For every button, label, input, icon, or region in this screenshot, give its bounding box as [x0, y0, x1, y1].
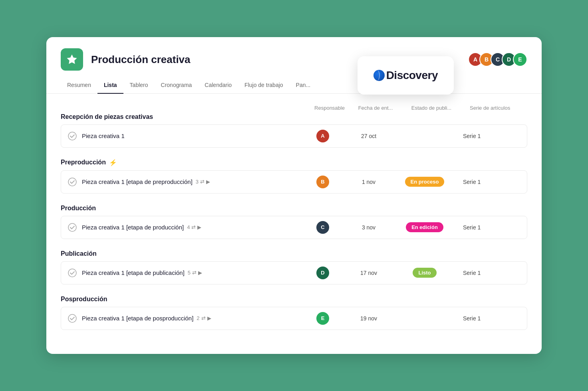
avatar-cell: C — [301, 221, 345, 234]
section-preproduccion: Preproducción ⚡ Pieza creativa 1 [etapa … — [61, 159, 527, 194]
table-row[interactable]: Pieza creativa 1 [etapa de preproducción… — [61, 170, 527, 194]
play-icon: ▶ — [198, 270, 202, 276]
task-meta: 5 ⇄ ▶ — [188, 270, 202, 276]
avatar-responsible: D — [316, 267, 329, 279]
discovery-popup: Discovery — [358, 56, 454, 95]
table-row[interactable]: Pieza creativa 1 [etapa de publicación] … — [61, 261, 527, 284]
section-title-produccion: Producción — [61, 205, 527, 212]
status-cell: En edición — [393, 222, 457, 232]
play-icon: ▶ — [207, 315, 211, 321]
avatar-responsible: B — [316, 176, 329, 188]
col-header-date: Fecha de ent... — [352, 105, 399, 111]
svg-point-3 — [68, 269, 76, 277]
date-cell: 19 nov — [345, 315, 393, 322]
series-cell: Serie 1 — [457, 179, 520, 185]
col-header-responsible: Responsable — [308, 105, 352, 111]
subtask-icon: ⇄ — [200, 179, 205, 185]
section-publicacion: Publicación Pieza creativa 1 [etapa de p… — [61, 250, 527, 284]
table-row[interactable]: Pieza creativa 1 A 27 oct Serie 1 — [61, 124, 527, 148]
tab-pan[interactable]: Pan... — [290, 79, 317, 94]
discovery-logo: Discovery — [373, 69, 438, 82]
discovery-globe-icon — [373, 70, 385, 81]
date-cell: 3 nov — [345, 224, 393, 231]
series-cell: Serie 1 — [457, 133, 520, 139]
tab-resumen[interactable]: Resumen — [61, 79, 97, 94]
header: Producción creativa A B C D E — [46, 37, 542, 71]
avatars-group: A B C D E — [468, 52, 527, 67]
avatar-responsible: A — [316, 130, 329, 142]
table-row[interactable]: Pieza creativa 1 [etapa de posproducción… — [61, 307, 527, 330]
status-badge: Listo — [413, 268, 436, 278]
status-badge: En proceso — [405, 177, 445, 187]
avatar-responsible: E — [316, 312, 329, 325]
date-cell: 27 oct — [345, 133, 393, 139]
play-icon: ▶ — [206, 179, 210, 185]
task-check-icon — [68, 268, 77, 278]
tab-tablero[interactable]: Tablero — [123, 79, 155, 94]
tab-lista[interactable]: Lista — [97, 79, 123, 94]
svg-point-4 — [68, 314, 76, 322]
subtask-icon: ⇄ — [201, 315, 206, 321]
tab-flujo[interactable]: Flujo de trabajo — [238, 79, 290, 94]
main-card: Discovery Producción creativa A B C D E … — [46, 37, 542, 354]
svg-point-1 — [68, 178, 76, 186]
header-section: Producción creativa A B C D E — [91, 52, 527, 67]
subtask-icon: ⇄ — [191, 224, 196, 230]
tab-cronograma[interactable]: Cronograma — [155, 79, 199, 94]
table-row[interactable]: Pieza creativa 1 [etapa de producción] 4… — [61, 216, 527, 239]
task-check-icon — [68, 131, 77, 141]
task-name: Pieza creativa 1 — [82, 132, 301, 139]
avatar-5: E — [513, 52, 527, 67]
date-cell: 17 nov — [345, 270, 393, 276]
col-header-status: Estado de publi... — [399, 105, 463, 111]
section-title-preproduccion: Preproducción ⚡ — [61, 159, 527, 166]
section-title-recepcion: Recepción de piezas creativas — [61, 113, 527, 120]
section-produccion: Producción Pieza creativa 1 [etapa de pr… — [61, 205, 527, 239]
avatar-responsible: C — [316, 221, 329, 234]
avatar-cell: B — [301, 176, 345, 188]
task-check-icon — [68, 223, 77, 232]
content: Responsable Fecha de ent... Estado de pu… — [46, 94, 542, 330]
discovery-text: Discovery — [386, 69, 438, 82]
task-name: Pieza creativa 1 [etapa de preproducción… — [82, 178, 301, 185]
tab-calendario[interactable]: Calendario — [198, 79, 238, 94]
task-check-icon — [68, 177, 77, 187]
task-name: Pieza creativa 1 [etapa de posproducción… — [82, 315, 301, 322]
task-check-icon — [68, 314, 77, 323]
subtask-icon: ⇄ — [192, 270, 197, 276]
section-posproduccion: Posproducción Pieza creativa 1 [etapa de… — [61, 296, 527, 330]
table-column-headers: Responsable Fecha de ent... Estado de pu… — [61, 105, 527, 113]
task-meta: 3 ⇄ ▶ — [196, 179, 210, 185]
avatar-cell: A — [301, 130, 345, 142]
status-cell: Listo — [393, 268, 457, 278]
lightning-emoji: ⚡ — [109, 159, 117, 166]
avatar-cell: E — [301, 312, 345, 325]
status-cell: En proceso — [393, 177, 457, 187]
section-title-posproduccion: Posproducción — [61, 296, 527, 303]
series-cell: Serie 1 — [457, 270, 520, 276]
nav-tabs: Resumen Lista Tablero Cronograma Calenda… — [46, 74, 542, 94]
series-cell: Serie 1 — [457, 315, 520, 322]
status-badge: En edición — [406, 222, 443, 232]
project-icon — [61, 48, 83, 71]
star-icon — [66, 53, 78, 65]
task-meta: 4 ⇄ ▶ — [187, 224, 201, 230]
task-meta: 2 ⇄ ▶ — [197, 315, 211, 321]
task-name: Pieza creativa 1 [etapa de publicación] … — [82, 269, 301, 276]
section-title-publicacion: Publicación — [61, 250, 527, 257]
svg-point-0 — [68, 132, 76, 140]
play-icon: ▶ — [197, 224, 201, 230]
section-recepcion: Recepción de piezas creativas Pieza crea… — [61, 113, 527, 148]
task-name: Pieza creativa 1 [etapa de producción] 4… — [82, 224, 301, 231]
svg-point-2 — [68, 223, 76, 231]
col-header-series: Serie de artículos — [463, 105, 527, 111]
series-cell: Serie 1 — [457, 224, 520, 231]
avatar-cell: D — [301, 267, 345, 279]
date-cell: 1 nov — [345, 179, 393, 185]
